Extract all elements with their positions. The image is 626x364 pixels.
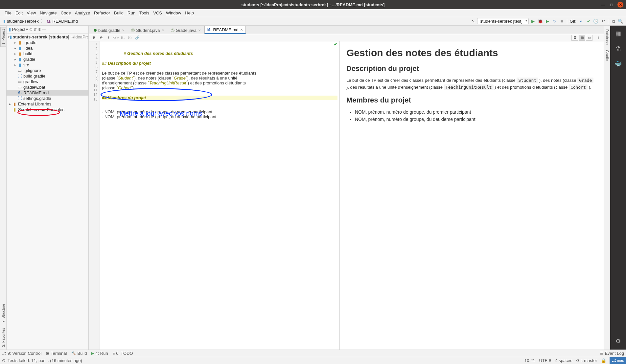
project-tree[interactable]: ▾▮ students-serbrek [students] ~/IdeaPro…	[7, 34, 88, 350]
tree-scratches[interactable]: ▮ Scratches and Consoles	[7, 107, 88, 112]
run-config-selector[interactable]: students-serbrek [test]	[477, 18, 529, 24]
close-button[interactable]: ✕	[617, 2, 623, 8]
os-icon-docker[interactable]: 🐳	[614, 59, 623, 68]
menu-code[interactable]: Code	[59, 11, 73, 15]
os-icon-flask[interactable]: ⚗	[614, 44, 623, 53]
status-encoding[interactable]: UTF-8	[539, 358, 551, 363]
tool-tab-structure[interactable]: 7: Structure	[0, 302, 6, 325]
editor-tab-Grade-java[interactable]: ⒸGrade.java✕	[168, 27, 204, 34]
status-git-badge[interactable]: ⎇ mas	[610, 357, 626, 364]
git-commit-button[interactable]: ✔	[585, 18, 592, 25]
tree-item-build[interactable]: ▸▮build	[7, 51, 88, 57]
right-gutter: Database Gradle	[604, 26, 610, 350]
md-h1-button[interactable]: H1	[120, 35, 126, 41]
preview-member-2: NOM, prénom, numéro de groupe, du deuxiè…	[355, 116, 597, 123]
menu-refactor[interactable]: Refactor	[92, 11, 112, 15]
tab-event-log[interactable]: ☰Event Log	[600, 351, 624, 356]
maximize-button[interactable]: □	[609, 2, 614, 7]
os-icon-grid[interactable]: ▦	[614, 29, 623, 38]
status-indent[interactable]: 4 spaces	[555, 358, 572, 363]
tab-version-control[interactable]: ⎇9: Version Control	[2, 351, 41, 356]
tree-item-src[interactable]: ▸▮src	[7, 62, 88, 68]
md-link-button[interactable]: 🔗	[134, 35, 141, 41]
status-cursor[interactable]: 10:21	[524, 358, 535, 363]
close-tab-icon[interactable]: ✕	[122, 29, 125, 32]
project-panel-header: ▮ Project ⊙ ⇵ ✱ —	[7, 26, 88, 34]
code-editor[interactable]: 12345678910111213 ✔ # Gestion des notes …	[89, 41, 340, 350]
collapse-all-icon[interactable]: ⇵	[34, 27, 37, 32]
debug-button[interactable]: 🐞	[537, 18, 544, 25]
tree-item--idea[interactable]: ▸▮.idea	[7, 45, 88, 51]
tool-tab-database[interactable]: Database	[604, 27, 610, 47]
view-settings-button[interactable]: ⫴	[595, 35, 602, 41]
editor-tab-Student-java[interactable]: ⒸStudent.java✕	[128, 27, 167, 34]
tree-item-README-md[interactable]: M↓README.md	[7, 90, 88, 96]
tool-tab-favorites[interactable]: 2: Favorites	[0, 326, 6, 349]
editor-tab-build-gradle[interactable]: ⬢build.gradle✕	[91, 27, 128, 34]
back-icon[interactable]: ↖	[469, 18, 476, 25]
tree-item-gradlew[interactable]: ▭gradlew	[7, 79, 88, 84]
menu-file[interactable]: File	[3, 11, 13, 15]
breadcrumb-file[interactable]: M↓ README.md	[46, 19, 79, 24]
tree-item--gitignore[interactable]: ▭.gitignore	[7, 68, 88, 73]
tree-item-build-gradle[interactable]: ⛶build.gradle	[7, 73, 88, 79]
run-button[interactable]: ▶	[529, 18, 537, 25]
menu-tools[interactable]: Tools	[137, 11, 151, 15]
menu-edit[interactable]: Edit	[13, 11, 25, 15]
code-content[interactable]: ✔ # Gestion des notes des étudiants ## D…	[100, 41, 339, 350]
stop-button[interactable]: ■	[558, 18, 566, 25]
status-icon[interactable]: ⊘	[2, 358, 6, 363]
editor-tab-README-md[interactable]: M↓README.md✕	[204, 26, 246, 34]
tool-tab-project[interactable]: 1: Project	[0, 27, 6, 47]
select-opened-file-icon[interactable]: ⊙	[29, 27, 33, 32]
close-tab-icon[interactable]: ✕	[162, 29, 164, 32]
menu-build[interactable]: Build	[112, 11, 126, 15]
menu-navigate[interactable]: Navigate	[38, 11, 58, 15]
annotation-text: Mettre à jour avec vos noms	[120, 111, 202, 116]
git-history-button[interactable]: 🕓	[592, 18, 599, 25]
profile-button[interactable]: ⟳	[551, 18, 558, 25]
md-italic-button[interactable]: I	[105, 35, 112, 41]
titlebar: students [~/IdeaProjects/students-serbre…	[0, 0, 626, 9]
view-editor-only-button[interactable]: ≣	[571, 35, 578, 41]
tab-build[interactable]: 🔨Build	[71, 351, 87, 356]
coverage-button[interactable]: ▶̤	[544, 18, 551, 25]
menu-run[interactable]: Run	[126, 11, 137, 15]
status-branch[interactable]: Git: master	[576, 358, 597, 363]
tab-todo[interactable]: ≡6: TODO	[113, 351, 133, 356]
close-tab-icon[interactable]: ✕	[198, 29, 201, 32]
md-code-button[interactable]: </>	[112, 35, 119, 41]
menu-help[interactable]: Help	[183, 11, 196, 15]
md-strike-button[interactable]: S	[98, 35, 104, 41]
menu-analyze[interactable]: Analyze	[73, 11, 92, 15]
project-view-selector[interactable]: ▮ Project	[9, 27, 28, 32]
tree-item-gradle[interactable]: ▸▮gradle	[7, 57, 88, 62]
tab-run[interactable]: ▶4: Run	[91, 351, 108, 356]
view-preview-only-button[interactable]: ▭	[586, 35, 592, 41]
os-icon-settings[interactable]: ⚙	[614, 336, 623, 346]
project-structure-button[interactable]: ⧉	[610, 18, 617, 25]
tree-item-settings-gradle[interactable]: ⛶settings.gradle	[7, 96, 88, 101]
settings-icon[interactable]: ✱	[38, 27, 41, 32]
tab-terminal[interactable]: ▣Terminal	[46, 351, 67, 356]
hide-panel-icon[interactable]: —	[42, 27, 46, 32]
view-split-button[interactable]: ▥	[579, 35, 585, 41]
search-button[interactable]: 🔍	[617, 18, 624, 25]
menu-vcs[interactable]: VCS	[151, 11, 164, 15]
tree-root[interactable]: ▾▮ students-serbrek [students] ~/IdeaPro…	[7, 34, 88, 40]
bottom-tool-tabs: ⎇9: Version Control ▣Terminal 🔨Build ▶4:…	[0, 350, 626, 357]
tree-external-libraries[interactable]: ▸▮ External Libraries	[7, 101, 88, 107]
md-hup-button[interactable]: H↑	[127, 35, 133, 41]
minimize-button[interactable]: —	[600, 2, 606, 7]
lock-icon[interactable]: 🔒	[601, 358, 606, 363]
git-revert-button[interactable]: ↶	[599, 18, 607, 25]
tree-item--gradle[interactable]: ▸▮.gradle	[7, 40, 88, 45]
menu-window[interactable]: Window	[164, 11, 183, 15]
git-update-button[interactable]: ✓	[578, 18, 585, 25]
breadcrumb-root[interactable]: ▮ students-serbrek	[2, 19, 40, 24]
menu-view[interactable]: View	[25, 11, 38, 15]
md-bold-button[interactable]: B	[91, 35, 97, 41]
tree-item-gradlew-bat[interactable]: ▭gradlew.bat	[7, 84, 88, 90]
tool-tab-gradle[interactable]: Gradle	[604, 48, 610, 63]
close-tab-icon[interactable]: ✕	[240, 28, 243, 32]
